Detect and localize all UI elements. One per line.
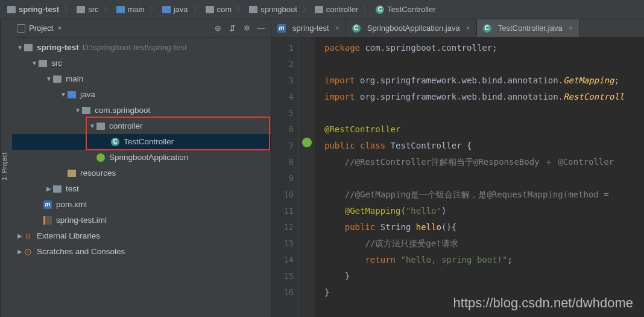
- chevron-right-icon: 〉: [148, 4, 159, 15]
- chevron-right-icon: 〉: [63, 4, 73, 15]
- crumb-main[interactable]: main: [113, 5, 148, 14]
- tree-scratches[interactable]: ▶◴Scratches and Consoles: [12, 244, 271, 260]
- project-tool-window: Project ▼ ⊕ ⇵ ✲ — ▼ spring-test D:\sprin…: [12, 19, 271, 317]
- iml-icon: [43, 216, 52, 225]
- tree-src[interactable]: ▼src: [12, 56, 271, 71]
- breadcrumb: spring-test 〉 src 〉 main 〉 java 〉 com 〉 …: [0, 0, 644, 19]
- code-content[interactable]: package com.springboot.controller; impor…: [315, 37, 624, 317]
- crumb-src[interactable]: src: [73, 5, 102, 14]
- close-icon[interactable]: ×: [569, 24, 573, 33]
- tree-main[interactable]: ▼main: [12, 71, 271, 87]
- close-icon[interactable]: ×: [335, 24, 339, 33]
- chevron-right-icon: 〉: [103, 4, 113, 15]
- tab-springbootapplication[interactable]: C SpringbootApplication.java ×: [346, 19, 477, 37]
- project-title[interactable]: Project ▼: [17, 24, 62, 33]
- folder-icon: [53, 185, 62, 193]
- tree-controller[interactable]: ▼controller: [12, 118, 271, 134]
- editor-tabs: m spring-test × C SpringbootApplication.…: [271, 19, 644, 37]
- folder-icon: [249, 6, 257, 13]
- crumb-testcontroller[interactable]: CTestController: [372, 5, 439, 14]
- chevron-right-icon: 〉: [301, 4, 311, 15]
- tab-spring-test[interactable]: m spring-test ×: [271, 19, 346, 37]
- project-tree[interactable]: ▼ spring-test D:\springboot-test\spring-…: [12, 37, 271, 262]
- chevron-down-icon: ▼: [57, 25, 62, 31]
- crumb-controller[interactable]: controller: [311, 5, 362, 14]
- maven-icon: m: [277, 24, 286, 33]
- maven-icon: m: [43, 200, 52, 209]
- collapse-all-icon[interactable]: ⇵: [227, 24, 237, 33]
- folder-icon: [53, 75, 62, 83]
- tree-root[interactable]: ▼ spring-test D:\springboot-test\spring-…: [12, 40, 271, 56]
- class-icon: C: [111, 138, 119, 146]
- class-icon: C: [483, 24, 491, 33]
- line-numbers: 12345678910111213141516: [271, 37, 299, 317]
- folder-icon: [7, 6, 16, 13]
- tree-resources[interactable]: •resources: [12, 165, 271, 181]
- tree-external-libs[interactable]: ▶⫼External Libraries: [12, 228, 271, 244]
- chevron-right-icon: 〉: [192, 4, 202, 15]
- module-icon: [24, 44, 33, 51]
- tree-java[interactable]: ▼java: [12, 87, 271, 103]
- project-header: Project ▼ ⊕ ⇵ ✲ —: [12, 19, 271, 37]
- hide-icon[interactable]: —: [256, 24, 266, 33]
- tab-testcontroller[interactable]: C TestController.java ×: [477, 19, 579, 37]
- tree-pom[interactable]: •mpom.xml: [12, 197, 271, 213]
- folder-icon: [77, 6, 85, 13]
- chevron-right-icon: 〉: [362, 4, 372, 15]
- crumb-com[interactable]: com: [202, 5, 236, 14]
- tree-iml[interactable]: •spring-test.iml: [12, 213, 271, 228]
- spring-gutter-icon[interactable]: [302, 138, 312, 147]
- crumb-java[interactable]: java: [159, 5, 192, 14]
- folder-icon: [206, 6, 214, 13]
- main-area: 1: Project Project ▼ ⊕ ⇵ ✲ — ▼ spring-te…: [0, 19, 644, 317]
- folder-icon: [315, 6, 323, 13]
- scratches-icon: ◴: [24, 244, 33, 260]
- spring-icon: [96, 153, 105, 162]
- locate-icon[interactable]: ⊕: [213, 24, 223, 33]
- crumb-spring-test[interactable]: spring-test: [4, 5, 63, 14]
- package-icon: [96, 123, 105, 130]
- code-editor[interactable]: 12345678910111213141516 package com.spri…: [271, 37, 644, 317]
- tree-testcontroller[interactable]: •CTestController: [12, 134, 271, 150]
- resources-folder-icon: [68, 170, 76, 177]
- tree-test[interactable]: ▶test: [12, 181, 271, 197]
- source-folder-icon: [68, 91, 76, 98]
- tree-springbootapp[interactable]: •SpringbootApplication: [12, 150, 271, 165]
- class-icon: C: [352, 24, 361, 33]
- folder-icon: [162, 6, 171, 13]
- gear-icon[interactable]: ✲: [242, 24, 251, 33]
- close-icon[interactable]: ×: [466, 24, 470, 33]
- library-icon: ⫼: [24, 228, 33, 244]
- project-view-icon: [17, 24, 25, 33]
- crumb-springboot[interactable]: springboot: [245, 5, 301, 14]
- tool-window-tab-project[interactable]: 1: Project: [0, 19, 12, 317]
- editor-area: m spring-test × C SpringbootApplication.…: [271, 19, 644, 317]
- editor-gutter: [299, 37, 315, 317]
- class-icon: C: [376, 5, 384, 14]
- package-icon: [82, 107, 90, 114]
- chevron-right-icon: 〉: [235, 4, 245, 15]
- folder-icon: [116, 6, 125, 13]
- tree-package[interactable]: ▼com.springboot: [12, 103, 271, 118]
- folder-icon: [39, 60, 47, 67]
